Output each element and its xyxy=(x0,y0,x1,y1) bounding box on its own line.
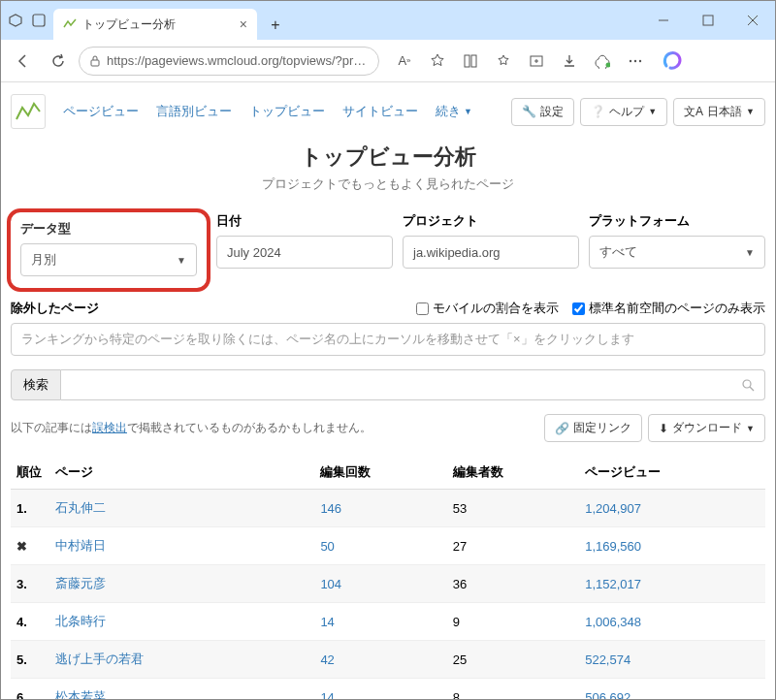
browser-tab[interactable]: トップビュー分析 × xyxy=(53,9,257,40)
results-table: 順位 ページ 編集回数 編集者数 ページビュー 1.石丸伸二146531,204… xyxy=(11,456,765,700)
language-button[interactable]: 文A日本語▼ xyxy=(673,98,765,126)
col-page[interactable]: ページ xyxy=(49,456,314,490)
collections-icon[interactable] xyxy=(521,47,552,76)
more-icon[interactable] xyxy=(620,47,651,76)
workspace-icon[interactable] xyxy=(7,12,24,29)
tab-title: トップビュー分析 xyxy=(82,16,234,33)
tab-close-icon[interactable]: × xyxy=(240,16,247,32)
nav-more-dropdown[interactable]: 続き ▼ xyxy=(436,103,472,120)
edits-cell: 50 xyxy=(314,527,446,565)
platform-select[interactable]: すべて▼ xyxy=(589,236,765,269)
chevron-down-icon: ▼ xyxy=(745,247,755,258)
settings-button[interactable]: 🔧設定 xyxy=(511,98,574,126)
page-link[interactable]: 逃げ上手の若君 xyxy=(55,652,144,666)
nav-topviews[interactable]: トップビュー xyxy=(249,103,325,120)
page-link[interactable]: 中村靖日 xyxy=(55,538,106,553)
platform-label: プラットフォーム xyxy=(589,212,765,230)
page-link[interactable]: 斎藤元彦 xyxy=(55,576,106,590)
address-bar: https://pageviews.wmcloud.org/topviews/?… xyxy=(1,40,775,82)
rank-cell: 4. xyxy=(11,603,49,641)
mainspace-only-checkbox[interactable]: 標準名前空間のページのみ表示 xyxy=(572,300,765,317)
chevron-down-icon: ▼ xyxy=(177,255,186,266)
views-cell: 1,006,348 xyxy=(579,603,765,641)
date-input[interactable]: July 2024 xyxy=(216,236,393,269)
maximize-button[interactable] xyxy=(686,6,730,35)
views-link[interactable]: 506,692 xyxy=(585,690,630,701)
editors-cell: 53 xyxy=(447,490,579,527)
close-window-button[interactable] xyxy=(730,6,775,35)
data-type-highlight: データ型 月別▼ xyxy=(7,208,210,292)
views-link[interactable]: 1,169,560 xyxy=(585,539,641,554)
edits-link[interactable]: 42 xyxy=(320,652,334,667)
read-aloud-icon[interactable]: A» xyxy=(389,47,420,76)
search-input[interactable] xyxy=(61,369,765,400)
lock-icon xyxy=(89,55,101,67)
exclude-icon[interactable]: ✖ xyxy=(16,539,27,554)
back-button[interactable] xyxy=(9,47,38,76)
page-cell: 石丸伸二 xyxy=(49,490,314,527)
project-input[interactable]: ja.wikipedia.org xyxy=(403,236,579,269)
svg-point-12 xyxy=(630,59,631,61)
favorites-icon[interactable] xyxy=(488,47,519,76)
col-editors[interactable]: 編集者数 xyxy=(447,456,579,490)
page-link[interactable]: 松本若菜 xyxy=(55,689,106,700)
star-icon[interactable] xyxy=(422,47,453,76)
nav-pageviews[interactable]: ページビュー xyxy=(63,103,139,120)
excluded-label: 除外したページ xyxy=(11,300,99,317)
copilot-icon[interactable] xyxy=(661,47,690,76)
false-positive-link[interactable]: 誤検出 xyxy=(92,421,127,434)
nav-siteviews[interactable]: サイトビュー xyxy=(342,103,418,120)
project-label: プロジェクト xyxy=(403,212,579,230)
url-input[interactable]: https://pageviews.wmcloud.org/topviews/?… xyxy=(79,47,379,76)
page-cell: 斎藤元彦 xyxy=(49,565,314,603)
edits-cell: 146 xyxy=(314,490,446,527)
edits-link[interactable]: 50 xyxy=(320,539,334,554)
downloads-icon[interactable] xyxy=(554,47,585,76)
new-tab-button[interactable]: + xyxy=(261,11,290,40)
col-views[interactable]: ページビュー xyxy=(579,456,765,490)
views-link[interactable]: 1,152,017 xyxy=(585,577,641,591)
editors-cell: 25 xyxy=(447,641,579,679)
edits-link[interactable]: 146 xyxy=(320,501,341,516)
minimize-button[interactable] xyxy=(641,6,686,35)
svg-rect-5 xyxy=(91,60,99,66)
mobile-ratio-checkbox[interactable]: モバイルの割合を表示 xyxy=(416,300,559,317)
help-button[interactable]: ❔ヘルプ▼ xyxy=(580,98,667,126)
top-nav: ページビュー 言語別ビュー トップビュー サイトビュー 続き ▼ 🔧設定 ❔ヘル… xyxy=(11,90,765,133)
views-link[interactable]: 1,006,348 xyxy=(585,615,641,629)
editors-cell: 9 xyxy=(447,603,579,641)
table-row: ✖中村靖日50271,169,560 xyxy=(11,527,765,565)
help-icon: ❔ xyxy=(591,105,605,118)
tab-action-icon[interactable] xyxy=(30,12,48,29)
col-edits[interactable]: 編集回数 xyxy=(314,456,446,490)
download-button[interactable]: ⬇ダウンロード▼ xyxy=(648,414,765,442)
svg-point-14 xyxy=(639,59,641,61)
excluded-pages-input[interactable]: ランキングから特定のページを取り除くには、ページ名の上にカーソルを移動させて「×… xyxy=(11,323,765,356)
split-icon[interactable] xyxy=(455,47,486,76)
page-cell: 逃げ上手の若君 xyxy=(49,641,314,679)
refresh-button[interactable] xyxy=(44,47,73,76)
views-link[interactable]: 522,574 xyxy=(585,652,630,667)
edits-cell: 14 xyxy=(314,603,446,641)
data-type-select[interactable]: 月別▼ xyxy=(20,243,197,276)
page-link[interactable]: 石丸伸二 xyxy=(55,500,106,515)
col-rank[interactable]: 順位 xyxy=(11,456,49,490)
edits-link[interactable]: 104 xyxy=(320,577,341,591)
extensions-icon[interactable] xyxy=(587,47,618,76)
svg-line-16 xyxy=(750,387,754,391)
svg-point-15 xyxy=(743,380,751,388)
rank-cell: ✖ xyxy=(11,527,49,565)
edits-link[interactable]: 14 xyxy=(320,615,334,629)
date-label: 日付 xyxy=(216,212,393,230)
page-link[interactable]: 北条時行 xyxy=(55,614,106,628)
views-cell: 522,574 xyxy=(579,641,765,679)
permalink-button[interactable]: 🔗固定リンク xyxy=(544,414,642,442)
views-link[interactable]: 1,204,907 xyxy=(585,501,641,516)
search-button[interactable]: 検索 xyxy=(11,369,61,400)
edits-link[interactable]: 14 xyxy=(320,690,334,701)
editors-cell: 36 xyxy=(447,565,579,603)
editors-cell: 8 xyxy=(447,679,579,701)
page-cell: 松本若菜 xyxy=(49,679,314,701)
site-logo[interactable] xyxy=(11,94,46,129)
nav-langviews[interactable]: 言語別ビュー xyxy=(156,103,232,120)
